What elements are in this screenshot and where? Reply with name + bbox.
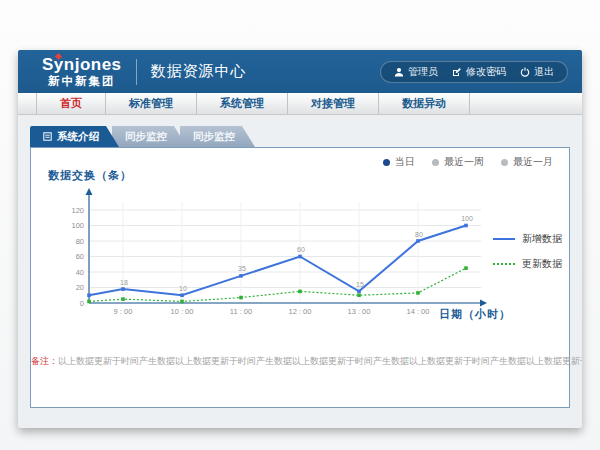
radio-selected-icon [383,159,390,166]
legend-label: 更新数据 [522,257,562,271]
svg-text:10 : 00: 10 : 00 [171,307,194,316]
tab-label: 系统介绍 [57,126,99,147]
radio-label: 最近一周 [444,155,484,169]
nav-item-home[interactable]: 首页 [36,93,106,114]
tab-label: 同步监控 [193,126,235,147]
svg-text:0: 0 [80,299,84,308]
svg-text:60: 60 [297,246,305,253]
user-icon [394,67,404,77]
change-password-label: 修改密码 [466,65,506,79]
nav-item-integration-mgmt[interactable]: 对接管理 [288,93,379,114]
brand-logo-en: Synjones [42,56,122,73]
current-user-label: 管理员 [408,65,438,79]
radio-today[interactable]: 当日 [383,155,415,169]
radio-last-week[interactable]: 最近一周 [432,155,484,169]
app-window: Synjones 新中新集团 数据资源中心 管理员 修改密码 退出 首页 标准管… [18,50,582,428]
svg-text:12 : 00: 12 : 00 [289,307,312,316]
brand-logo: Synjones 新中新集团 [42,56,122,88]
radio-last-month[interactable]: 最近一月 [501,155,553,169]
current-user[interactable]: 管理员 [394,65,438,79]
logout-button[interactable]: 退出 [520,65,554,79]
brand-text: Synjones [42,55,122,74]
svg-text:14 : 00: 14 : 00 [407,307,430,316]
svg-text:10: 10 [179,285,187,292]
note-prefix: 备注： [31,356,58,366]
legend-dotted-line-icon [493,263,515,265]
svg-text:11 : 00: 11 : 00 [230,307,252,316]
svg-text:20: 20 [76,283,84,292]
app-header: Synjones 新中新集团 数据资源中心 管理员 修改密码 退出 [18,50,582,93]
radio-unselected-icon [432,159,439,166]
svg-text:13 : 00: 13 : 00 [348,307,371,316]
x-axis-title: 日期（小时） [439,307,511,322]
time-range-filters: 当日 最近一周 最近一月 [383,155,553,169]
svg-text:100: 100 [461,215,473,222]
legend-item-updated-data[interactable]: 更新数据 [493,257,562,271]
svg-text:15: 15 [356,281,364,288]
radio-label: 最近一月 [513,155,553,169]
svg-text:60: 60 [76,252,84,261]
radio-unselected-icon [501,159,508,166]
svg-text:18: 18 [120,279,128,286]
svg-text:80: 80 [415,231,423,238]
tab-bar: 系统介绍 同步监控 同步监控 [30,126,582,147]
legend-solid-line-icon [493,238,515,240]
line-chart: 0204060801001209 : 0010 : 0011 : 0012 : … [61,186,491,320]
nav-item-data-change[interactable]: 数据异动 [379,93,470,114]
svg-text:100: 100 [71,221,84,230]
nav-item-standard-mgmt[interactable]: 标准管理 [106,93,197,114]
user-toolbar: 管理员 修改密码 退出 [380,61,568,83]
tab-sync-monitor-2[interactable]: 同步监控 [180,126,255,147]
nav-item-system-mgmt[interactable]: 系统管理 [197,93,288,114]
change-password-button[interactable]: 修改密码 [452,65,506,79]
legend-item-new-data[interactable]: 新增数据 [493,232,562,246]
svg-text:120: 120 [71,206,84,215]
svg-text:40: 40 [76,268,84,277]
legend-label: 新增数据 [522,232,562,246]
svg-text:35: 35 [238,265,246,272]
svg-text:9 : 00: 9 : 00 [114,307,133,316]
tab-sync-monitor-1[interactable]: 同步监控 [112,126,187,147]
radio-label: 当日 [395,155,415,169]
y-axis-title: 数据交换（条） [48,168,132,183]
chart-legend: 新增数据 更新数据 [493,232,562,271]
note-text: 以上数据更新于时间产生数据以上数据更新于时间产生数据以上数据更新于时间产生数据以… [58,356,582,366]
brand-logo-cn: 新中新集团 [48,76,116,88]
chart-panel: 当日 最近一周 最近一月 数据交换（条） 0204060801001209 : … [30,147,570,408]
footer-note: 备注：以上数据更新于时间产生数据以上数据更新于时间产生数据以上数据更新于时间产生… [31,355,569,368]
tab-system-intro[interactable]: 系统介绍 [30,126,119,147]
page-title: 数据资源中心 [151,62,247,81]
power-icon [520,67,530,77]
edit-icon [452,67,462,77]
document-icon [43,132,52,141]
header-divider [136,59,137,85]
main-nav: 首页 标准管理 系统管理 对接管理 数据异动 [18,93,582,115]
tab-label: 同步监控 [125,126,167,147]
svg-text:80: 80 [76,237,84,246]
logout-label: 退出 [534,65,554,79]
